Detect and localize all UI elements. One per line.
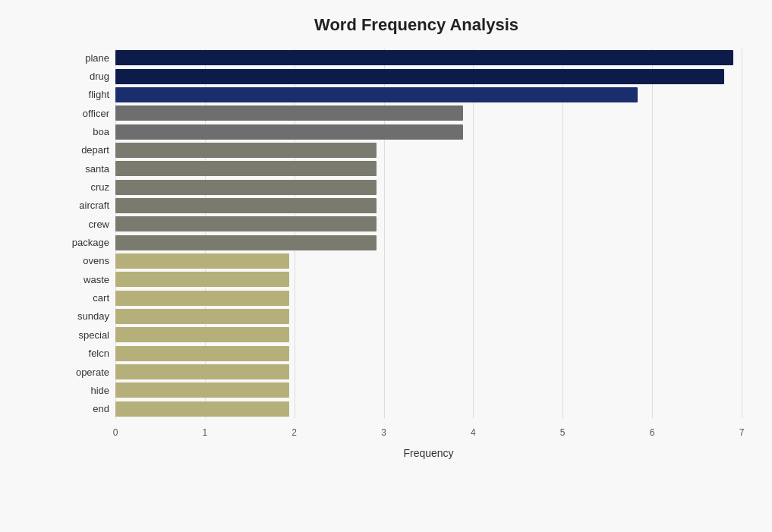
- x-axis-label: Frequency: [61, 447, 742, 459]
- bar-row: felcn: [61, 345, 742, 363]
- bar-label: ovens: [61, 255, 115, 266]
- chart-area: planedrugflightofficerboadepartsantacruz…: [61, 49, 742, 459]
- bar-fill: [115, 198, 377, 213]
- x-tick-label: 5: [560, 427, 566, 438]
- bar-track: [115, 291, 742, 306]
- bar-fill: [115, 382, 289, 398]
- bar-label: special: [61, 329, 115, 341]
- chart-container: Word Frequency Analysis planedrugflighto…: [0, 0, 772, 532]
- bar-label: depart: [61, 144, 115, 156]
- bar-track: [115, 235, 742, 250]
- bar-track: [115, 253, 742, 269]
- x-tick-label: 7: [739, 427, 745, 438]
- bar-fill: [115, 161, 377, 176]
- bar-fill: [115, 346, 289, 361]
- bar-label: aircraft: [61, 200, 115, 211]
- x-tick-label: 1: [202, 427, 207, 438]
- bar-track: [115, 364, 742, 379]
- bar-track: [115, 161, 742, 176]
- bar-row: special: [61, 326, 742, 344]
- bar-label: hide: [61, 385, 115, 396]
- bar-fill: [115, 105, 463, 121]
- bar-track: [115, 382, 742, 398]
- bar-label: cart: [61, 292, 115, 304]
- bar-row: boa: [61, 122, 742, 140]
- bar-row: aircraft: [61, 197, 742, 215]
- bar-label: drug: [61, 71, 115, 82]
- bar-track: [115, 143, 742, 158]
- chart-title: Word Frequency Analysis: [61, 15, 742, 35]
- bar-fill: [115, 87, 638, 102]
- bar-label: package: [61, 237, 115, 248]
- bar-fill: [115, 364, 289, 379]
- bar-track: [115, 180, 742, 195]
- bar-fill: [115, 291, 289, 306]
- bar-label: end: [61, 403, 115, 414]
- bar-track: [115, 401, 742, 417]
- bar-track: [115, 309, 742, 324]
- bar-track: [115, 198, 742, 213]
- bar-row: ovens: [61, 252, 742, 270]
- bar-row: end: [61, 400, 742, 418]
- bar-label: plane: [61, 52, 115, 64]
- bar-label: sunday: [61, 310, 115, 322]
- grid-line: [742, 49, 742, 418]
- bar-label: officer: [61, 108, 115, 119]
- bar-track: [115, 327, 742, 342]
- bar-fill: [115, 309, 289, 324]
- bar-row: hide: [61, 381, 742, 399]
- bar-row: santa: [61, 159, 742, 178]
- bar-fill: [115, 50, 733, 65]
- bar-row: drug: [61, 67, 742, 85]
- bar-track: [115, 124, 742, 140]
- bar-fill: [115, 216, 377, 231]
- x-tick-label: 2: [291, 427, 297, 438]
- bar-label: cruz: [61, 181, 115, 193]
- bar-track: [115, 50, 742, 65]
- bar-row: flight: [61, 86, 742, 104]
- bar-label: operate: [61, 367, 115, 378]
- bar-row: depart: [61, 141, 742, 159]
- bar-row: officer: [61, 104, 742, 122]
- x-tick-label: 0: [113, 427, 118, 438]
- x-axis: 01234567: [61, 423, 742, 445]
- bar-label: flight: [61, 89, 115, 100]
- bar-fill: [115, 143, 377, 158]
- x-axis-ticks: 01234567: [115, 423, 742, 445]
- bar-row: package: [61, 233, 742, 251]
- bar-fill: [115, 69, 724, 84]
- bar-label: crew: [61, 219, 115, 230]
- x-tick-label: 6: [650, 427, 655, 438]
- bar-row: cart: [61, 288, 742, 307]
- bar-fill: [115, 180, 377, 195]
- bar-fill: [115, 124, 463, 140]
- bar-row: waste: [61, 270, 742, 288]
- bar-track: [115, 216, 742, 231]
- bar-fill: [115, 272, 289, 287]
- x-tick-label: 3: [381, 427, 386, 438]
- bar-track: [115, 87, 742, 102]
- bar-track: [115, 272, 742, 287]
- bar-row: operate: [61, 363, 742, 381]
- bar-label: santa: [61, 163, 115, 175]
- bar-label: waste: [61, 274, 115, 285]
- bar-row: crew: [61, 215, 742, 233]
- bar-row: sunday: [61, 307, 742, 326]
- bar-fill: [115, 235, 377, 250]
- bar-label: felcn: [61, 348, 115, 359]
- bar-row: plane: [61, 49, 742, 67]
- bar-fill: [115, 401, 289, 417]
- x-tick-label: 4: [471, 427, 476, 438]
- bars-section: planedrugflightofficerboadepartsantacruz…: [61, 49, 742, 418]
- bar-track: [115, 105, 742, 121]
- bar-label: boa: [61, 126, 115, 137]
- bar-fill: [115, 253, 289, 269]
- bar-track: [115, 69, 742, 84]
- bar-fill: [115, 327, 289, 342]
- bar-row: cruz: [61, 178, 742, 196]
- bar-track: [115, 346, 742, 361]
